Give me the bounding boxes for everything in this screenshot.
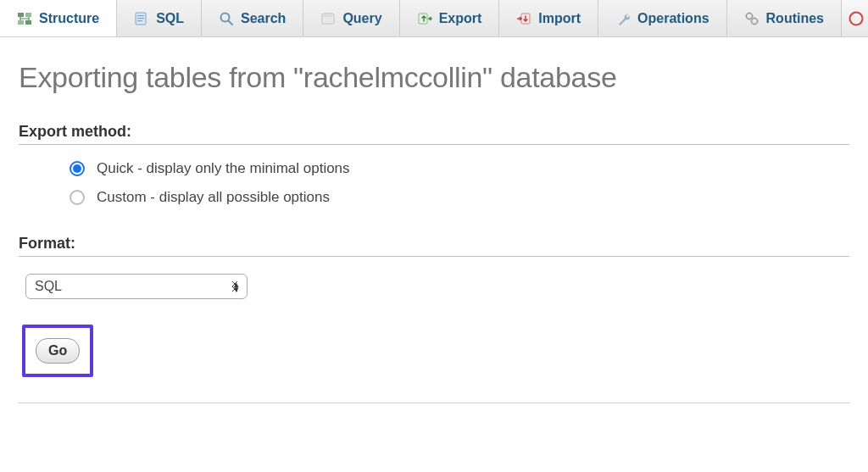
svg-rect-14 xyxy=(419,14,427,24)
tab-label: Import xyxy=(538,11,581,26)
structure-icon xyxy=(17,11,32,26)
svg-point-17 xyxy=(751,18,757,24)
format-select[interactable]: SQL ▴▾ xyxy=(25,274,248,299)
radio-icon xyxy=(70,161,85,176)
radio-option-custom[interactable]: Custom - display all possible options xyxy=(70,189,849,206)
tab-structure[interactable]: Structure xyxy=(0,0,117,36)
footer-divider xyxy=(19,403,849,403)
export-method-options: Quick - display only the minimal options… xyxy=(19,160,849,206)
tab-label: Query xyxy=(342,11,381,26)
svg-rect-3 xyxy=(25,20,31,25)
svg-rect-5 xyxy=(137,15,144,16)
tab-sql[interactable]: SQL xyxy=(117,0,202,36)
tab-label: SQL xyxy=(156,11,184,26)
routines-icon xyxy=(744,11,760,26)
svg-rect-6 xyxy=(137,18,144,19)
go-button[interactable]: Go xyxy=(36,338,80,364)
svg-rect-12 xyxy=(324,18,333,19)
radio-label: Quick - display only the minimal options xyxy=(97,160,350,177)
svg-point-18 xyxy=(850,12,863,25)
format-selected-value: SQL xyxy=(35,279,62,294)
clock-icon xyxy=(849,11,864,26)
svg-line-9 xyxy=(229,20,233,25)
top-tabs: Structure SQL Search Query Export Import xyxy=(0,0,868,37)
operations-icon xyxy=(615,11,631,26)
tab-label: Search xyxy=(241,11,286,26)
svg-rect-1 xyxy=(25,13,31,17)
tab-import[interactable]: Import xyxy=(499,0,598,36)
tab-operations[interactable]: Operations xyxy=(598,0,726,36)
chevron-updown-icon: ▴▾ xyxy=(234,281,239,292)
tab-label: Routines xyxy=(766,11,824,26)
sql-icon xyxy=(134,11,149,26)
query-icon xyxy=(320,11,336,26)
svg-rect-0 xyxy=(18,13,24,17)
radio-option-quick[interactable]: Quick - display only the minimal options xyxy=(70,160,849,177)
tab-routines[interactable]: Routines xyxy=(727,0,842,36)
radio-label: Custom - display all possible options xyxy=(97,189,330,206)
tab-label: Operations xyxy=(637,11,709,26)
import-icon xyxy=(516,11,531,26)
svg-rect-11 xyxy=(324,14,333,17)
tab-export[interactable]: Export xyxy=(400,0,500,36)
radio-icon xyxy=(70,190,85,205)
go-highlight-box: Go xyxy=(22,325,93,377)
export-method-heading: Export method: xyxy=(19,123,849,145)
search-icon xyxy=(219,11,234,26)
tab-label: Structure xyxy=(39,11,99,26)
format-heading: Format: xyxy=(19,235,849,257)
svg-rect-7 xyxy=(137,20,142,21)
svg-rect-13 xyxy=(324,20,333,22)
tab-query[interactable]: Query xyxy=(303,0,399,36)
tab-overflow[interactable] xyxy=(842,0,868,36)
export-icon xyxy=(417,11,432,26)
page-title: Exporting tables from "rachelmccollin" d… xyxy=(19,61,849,94)
tab-label: Export xyxy=(439,11,482,26)
main-content: Exporting tables from "rachelmccollin" d… xyxy=(0,37,868,412)
tab-search[interactable]: Search xyxy=(202,0,303,36)
svg-point-16 xyxy=(746,13,752,19)
svg-rect-2 xyxy=(18,20,24,25)
